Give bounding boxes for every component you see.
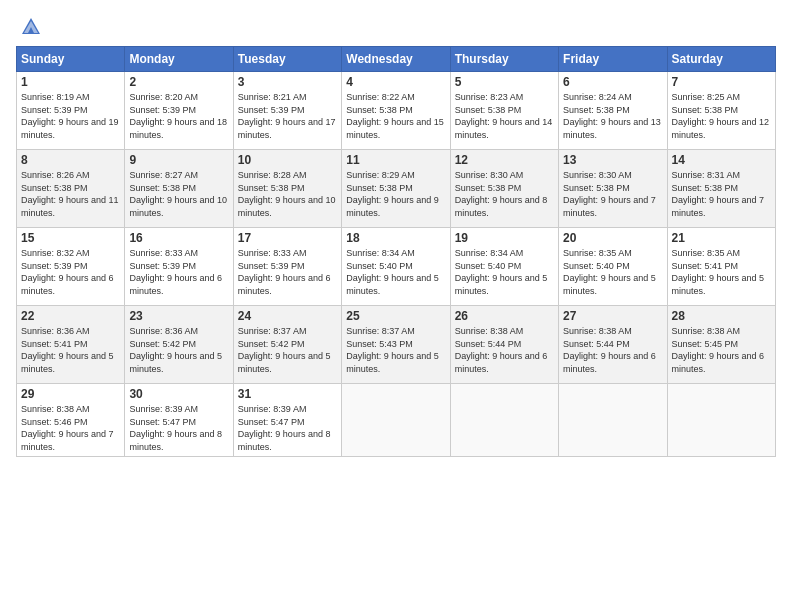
day-number: 17 bbox=[238, 231, 337, 245]
day-info: Sunrise: 8:30 AMSunset: 5:38 PMDaylight:… bbox=[563, 169, 662, 219]
day-info: Sunrise: 8:35 AMSunset: 5:40 PMDaylight:… bbox=[563, 247, 662, 297]
day-info: Sunrise: 8:28 AMSunset: 5:38 PMDaylight:… bbox=[238, 169, 337, 219]
logo-text bbox=[16, 16, 42, 38]
calendar-cell: 14Sunrise: 8:31 AMSunset: 5:38 PMDayligh… bbox=[667, 150, 775, 228]
calendar-cell: 17Sunrise: 8:33 AMSunset: 5:39 PMDayligh… bbox=[233, 228, 341, 306]
calendar-cell: 1Sunrise: 8:19 AMSunset: 5:39 PMDaylight… bbox=[17, 72, 125, 150]
calendar-row: 22Sunrise: 8:36 AMSunset: 5:41 PMDayligh… bbox=[17, 306, 776, 384]
calendar-cell: 24Sunrise: 8:37 AMSunset: 5:42 PMDayligh… bbox=[233, 306, 341, 384]
day-number: 3 bbox=[238, 75, 337, 89]
day-info: Sunrise: 8:30 AMSunset: 5:38 PMDaylight:… bbox=[455, 169, 554, 219]
day-info: Sunrise: 8:25 AMSunset: 5:38 PMDaylight:… bbox=[672, 91, 771, 141]
day-number: 6 bbox=[563, 75, 662, 89]
day-number: 26 bbox=[455, 309, 554, 323]
day-info: Sunrise: 8:38 AMSunset: 5:44 PMDaylight:… bbox=[455, 325, 554, 375]
day-info: Sunrise: 8:24 AMSunset: 5:38 PMDaylight:… bbox=[563, 91, 662, 141]
calendar-cell: 27Sunrise: 8:38 AMSunset: 5:44 PMDayligh… bbox=[559, 306, 667, 384]
calendar-cell: 3Sunrise: 8:21 AMSunset: 5:39 PMDaylight… bbox=[233, 72, 341, 150]
day-info: Sunrise: 8:34 AMSunset: 5:40 PMDaylight:… bbox=[455, 247, 554, 297]
day-number: 1 bbox=[21, 75, 120, 89]
day-number: 2 bbox=[129, 75, 228, 89]
day-info: Sunrise: 8:39 AMSunset: 5:47 PMDaylight:… bbox=[238, 403, 337, 453]
calendar-cell: 18Sunrise: 8:34 AMSunset: 5:40 PMDayligh… bbox=[342, 228, 450, 306]
day-info: Sunrise: 8:34 AMSunset: 5:40 PMDaylight:… bbox=[346, 247, 445, 297]
day-info: Sunrise: 8:29 AMSunset: 5:38 PMDaylight:… bbox=[346, 169, 445, 219]
day-info: Sunrise: 8:31 AMSunset: 5:38 PMDaylight:… bbox=[672, 169, 771, 219]
weekday-header-cell: Tuesday bbox=[233, 47, 341, 72]
weekday-header-cell: Sunday bbox=[17, 47, 125, 72]
day-info: Sunrise: 8:19 AMSunset: 5:39 PMDaylight:… bbox=[21, 91, 120, 141]
calendar-cell bbox=[450, 384, 558, 457]
day-number: 28 bbox=[672, 309, 771, 323]
weekday-header-row: SundayMondayTuesdayWednesdayThursdayFrid… bbox=[17, 47, 776, 72]
calendar-cell: 22Sunrise: 8:36 AMSunset: 5:41 PMDayligh… bbox=[17, 306, 125, 384]
day-info: Sunrise: 8:35 AMSunset: 5:41 PMDaylight:… bbox=[672, 247, 771, 297]
day-number: 22 bbox=[21, 309, 120, 323]
day-number: 14 bbox=[672, 153, 771, 167]
calendar-cell: 5Sunrise: 8:23 AMSunset: 5:38 PMDaylight… bbox=[450, 72, 558, 150]
day-number: 31 bbox=[238, 387, 337, 401]
day-number: 21 bbox=[672, 231, 771, 245]
calendar-cell: 12Sunrise: 8:30 AMSunset: 5:38 PMDayligh… bbox=[450, 150, 558, 228]
day-info: Sunrise: 8:37 AMSunset: 5:42 PMDaylight:… bbox=[238, 325, 337, 375]
day-info: Sunrise: 8:21 AMSunset: 5:39 PMDaylight:… bbox=[238, 91, 337, 141]
day-number: 18 bbox=[346, 231, 445, 245]
day-info: Sunrise: 8:33 AMSunset: 5:39 PMDaylight:… bbox=[129, 247, 228, 297]
calendar-container: SundayMondayTuesdayWednesdayThursdayFrid… bbox=[0, 0, 792, 612]
calendar-cell: 30Sunrise: 8:39 AMSunset: 5:47 PMDayligh… bbox=[125, 384, 233, 457]
calendar-cell bbox=[342, 384, 450, 457]
calendar-row: 1Sunrise: 8:19 AMSunset: 5:39 PMDaylight… bbox=[17, 72, 776, 150]
calendar-row: 15Sunrise: 8:32 AMSunset: 5:39 PMDayligh… bbox=[17, 228, 776, 306]
calendar-cell: 28Sunrise: 8:38 AMSunset: 5:45 PMDayligh… bbox=[667, 306, 775, 384]
calendar-cell: 16Sunrise: 8:33 AMSunset: 5:39 PMDayligh… bbox=[125, 228, 233, 306]
calendar-body: 1Sunrise: 8:19 AMSunset: 5:39 PMDaylight… bbox=[17, 72, 776, 457]
day-number: 25 bbox=[346, 309, 445, 323]
calendar-cell: 26Sunrise: 8:38 AMSunset: 5:44 PMDayligh… bbox=[450, 306, 558, 384]
calendar-row: 8Sunrise: 8:26 AMSunset: 5:38 PMDaylight… bbox=[17, 150, 776, 228]
day-number: 9 bbox=[129, 153, 228, 167]
day-number: 24 bbox=[238, 309, 337, 323]
day-info: Sunrise: 8:32 AMSunset: 5:39 PMDaylight:… bbox=[21, 247, 120, 297]
day-info: Sunrise: 8:39 AMSunset: 5:47 PMDaylight:… bbox=[129, 403, 228, 453]
day-number: 27 bbox=[563, 309, 662, 323]
day-number: 10 bbox=[238, 153, 337, 167]
calendar-cell: 23Sunrise: 8:36 AMSunset: 5:42 PMDayligh… bbox=[125, 306, 233, 384]
calendar-cell: 7Sunrise: 8:25 AMSunset: 5:38 PMDaylight… bbox=[667, 72, 775, 150]
day-number: 23 bbox=[129, 309, 228, 323]
logo-icon bbox=[20, 16, 42, 38]
day-info: Sunrise: 8:38 AMSunset: 5:45 PMDaylight:… bbox=[672, 325, 771, 375]
calendar-cell: 20Sunrise: 8:35 AMSunset: 5:40 PMDayligh… bbox=[559, 228, 667, 306]
day-info: Sunrise: 8:20 AMSunset: 5:39 PMDaylight:… bbox=[129, 91, 228, 141]
day-info: Sunrise: 8:38 AMSunset: 5:44 PMDaylight:… bbox=[563, 325, 662, 375]
calendar-cell: 21Sunrise: 8:35 AMSunset: 5:41 PMDayligh… bbox=[667, 228, 775, 306]
calendar-cell: 4Sunrise: 8:22 AMSunset: 5:38 PMDaylight… bbox=[342, 72, 450, 150]
weekday-header-cell: Friday bbox=[559, 47, 667, 72]
weekday-header-cell: Saturday bbox=[667, 47, 775, 72]
day-info: Sunrise: 8:37 AMSunset: 5:43 PMDaylight:… bbox=[346, 325, 445, 375]
calendar-cell: 29Sunrise: 8:38 AMSunset: 5:46 PMDayligh… bbox=[17, 384, 125, 457]
calendar-cell: 10Sunrise: 8:28 AMSunset: 5:38 PMDayligh… bbox=[233, 150, 341, 228]
calendar-cell: 31Sunrise: 8:39 AMSunset: 5:47 PMDayligh… bbox=[233, 384, 341, 457]
calendar-cell bbox=[559, 384, 667, 457]
day-number: 7 bbox=[672, 75, 771, 89]
logo bbox=[16, 16, 42, 38]
day-number: 20 bbox=[563, 231, 662, 245]
day-info: Sunrise: 8:36 AMSunset: 5:41 PMDaylight:… bbox=[21, 325, 120, 375]
day-number: 4 bbox=[346, 75, 445, 89]
day-number: 29 bbox=[21, 387, 120, 401]
day-info: Sunrise: 8:27 AMSunset: 5:38 PMDaylight:… bbox=[129, 169, 228, 219]
day-info: Sunrise: 8:26 AMSunset: 5:38 PMDaylight:… bbox=[21, 169, 120, 219]
calendar-cell: 25Sunrise: 8:37 AMSunset: 5:43 PMDayligh… bbox=[342, 306, 450, 384]
calendar-table: SundayMondayTuesdayWednesdayThursdayFrid… bbox=[16, 46, 776, 457]
calendar-cell: 13Sunrise: 8:30 AMSunset: 5:38 PMDayligh… bbox=[559, 150, 667, 228]
day-info: Sunrise: 8:33 AMSunset: 5:39 PMDaylight:… bbox=[238, 247, 337, 297]
weekday-header-cell: Monday bbox=[125, 47, 233, 72]
calendar-cell: 15Sunrise: 8:32 AMSunset: 5:39 PMDayligh… bbox=[17, 228, 125, 306]
day-number: 8 bbox=[21, 153, 120, 167]
day-number: 12 bbox=[455, 153, 554, 167]
day-number: 5 bbox=[455, 75, 554, 89]
calendar-row: 29Sunrise: 8:38 AMSunset: 5:46 PMDayligh… bbox=[17, 384, 776, 457]
calendar-cell bbox=[667, 384, 775, 457]
day-number: 16 bbox=[129, 231, 228, 245]
day-info: Sunrise: 8:22 AMSunset: 5:38 PMDaylight:… bbox=[346, 91, 445, 141]
